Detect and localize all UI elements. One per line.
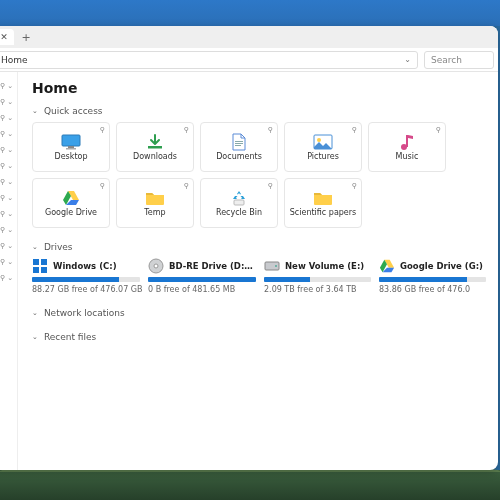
- section-header-quick-access[interactable]: ⌄ Quick access: [32, 106, 486, 116]
- desktop-wallpaper-top: [0, 0, 500, 26]
- chevron-down-icon: ⌄: [7, 82, 13, 90]
- section-recent: ⌄ Recent files: [32, 332, 486, 342]
- svg-rect-5: [235, 143, 243, 144]
- pin-icon: ⚲: [352, 182, 357, 190]
- drive-item[interactable]: New Volume (E:)2.09 TB free of 3.64 TB: [264, 258, 371, 294]
- svg-rect-0: [62, 135, 80, 146]
- pictures-icon: [313, 133, 333, 151]
- desktop-wallpaper-bottom: [0, 470, 500, 500]
- pin-icon: ⚲: [0, 82, 5, 90]
- pin-icon: ⚲: [268, 126, 273, 134]
- recycle-icon: [229, 189, 249, 207]
- sidebar-item[interactable]: ⚲⌄: [0, 94, 17, 110]
- quick-access-item[interactable]: ⚲Documents: [200, 122, 278, 172]
- chevron-down-icon: ⌄: [32, 243, 38, 251]
- quick-access-item[interactable]: ⚲Music: [368, 122, 446, 172]
- search-input[interactable]: Search: [424, 51, 494, 69]
- drive-usage-bar: [32, 277, 140, 282]
- chevron-down-icon[interactable]: ⌄: [404, 55, 411, 64]
- documents-icon: [229, 133, 249, 151]
- pin-icon: ⚲: [0, 162, 5, 170]
- pin-icon: ⚲: [184, 182, 189, 190]
- pin-icon: ⚲: [0, 178, 5, 186]
- drive-free-text: 88.27 GB free of 476.07 GB: [32, 285, 140, 294]
- gdrive-icon: [379, 258, 395, 274]
- drive-usage-bar: [379, 277, 486, 282]
- new-tab-button[interactable]: +: [18, 29, 34, 45]
- sidebar-item[interactable]: ⚲⌄: [0, 206, 17, 222]
- quick-access-label: Temp: [144, 209, 165, 217]
- chevron-down-icon: ⌄: [32, 333, 38, 341]
- pin-icon: ⚲: [0, 210, 5, 218]
- desktop-icon: [61, 133, 81, 151]
- quick-access-item[interactable]: ⚲Google Drive: [32, 178, 110, 228]
- quick-access-item[interactable]: ⚲Temp: [116, 178, 194, 228]
- pin-icon: ⚲: [268, 182, 273, 190]
- svg-point-17: [154, 264, 158, 268]
- svg-rect-13: [41, 259, 47, 265]
- sidebar-item[interactable]: ⚲⌄: [0, 190, 17, 206]
- quick-access-label: Music: [396, 153, 419, 161]
- chevron-down-icon: ⌄: [7, 146, 13, 154]
- section-header-network[interactable]: ⌄ Network locations: [32, 308, 486, 318]
- search-placeholder: Search: [431, 55, 462, 65]
- breadcrumb-text: Home: [1, 55, 28, 65]
- folder-icon: [313, 189, 333, 207]
- sidebar-item[interactable]: ⚲⌄: [0, 126, 17, 142]
- pin-icon: ⚲: [0, 98, 5, 106]
- quick-access-label: Pictures: [307, 153, 339, 161]
- section-label: Network locations: [44, 308, 125, 318]
- sidebar-item[interactable]: ⚲⌄: [0, 270, 17, 286]
- disc-icon: [148, 258, 164, 274]
- sidebar-item[interactable]: ⚲⌄: [0, 174, 17, 190]
- sidebar-item[interactable]: ⚲⌄: [0, 254, 17, 270]
- drive-item[interactable]: Google Drive (G:)83.86 GB free of 476.0: [379, 258, 486, 294]
- chevron-down-icon: ⌄: [7, 274, 13, 282]
- chevron-down-icon: ⌄: [7, 242, 13, 250]
- chevron-down-icon: ⌄: [32, 309, 38, 317]
- drive-name: New Volume (E:): [285, 261, 364, 271]
- quick-access-item[interactable]: ⚲Scientific papers: [284, 178, 362, 228]
- pin-icon: ⚲: [0, 274, 5, 282]
- sidebar-item[interactable]: ⚲⌄: [0, 142, 17, 158]
- downloads-icon: [145, 133, 165, 151]
- plus-icon: +: [21, 31, 30, 44]
- pin-icon: ⚲: [100, 182, 105, 190]
- drive-item[interactable]: Windows (C:)88.27 GB free of 476.07 GB: [32, 258, 140, 294]
- quick-access-item[interactable]: ⚲Downloads: [116, 122, 194, 172]
- sidebar-item[interactable]: ⚲⌄: [0, 222, 17, 238]
- pin-icon: ⚲: [0, 130, 5, 138]
- pin-icon: ⚲: [0, 226, 5, 234]
- section-label: Drives: [44, 242, 73, 252]
- quick-access-label: Scientific papers: [290, 209, 356, 217]
- sidebar-item[interactable]: ⚲⌄: [0, 110, 17, 126]
- tab-bar: ✕ +: [0, 26, 498, 48]
- section-header-recent[interactable]: ⌄ Recent files: [32, 332, 486, 342]
- chevron-down-icon: ⌄: [7, 114, 13, 122]
- section-label: Recent files: [44, 332, 96, 342]
- quick-access-label: Recycle Bin: [216, 209, 262, 217]
- chevron-down-icon: ⌄: [7, 178, 13, 186]
- drive-item[interactable]: BD-RE Drive (D:) CyberLink0 B free of 48…: [148, 258, 256, 294]
- sidebar-item[interactable]: ⚲⌄: [0, 238, 17, 254]
- sidebar-item[interactable]: ⚲⌄: [0, 158, 17, 174]
- pin-icon: ⚲: [0, 258, 5, 266]
- content-pane: Home ⌄ Quick access ⚲Desktop⚲Downloads⚲D…: [18, 72, 498, 470]
- music-icon: [397, 133, 417, 151]
- quick-access-item[interactable]: ⚲Pictures: [284, 122, 362, 172]
- quick-access-label: Documents: [216, 153, 262, 161]
- pin-icon: ⚲: [184, 126, 189, 134]
- svg-rect-6: [235, 145, 241, 146]
- section-label: Quick access: [44, 106, 103, 116]
- breadcrumb[interactable]: Home ⌄: [0, 51, 418, 69]
- pin-icon: ⚲: [0, 242, 5, 250]
- sidebar-item[interactable]: ⚲⌄: [0, 78, 17, 94]
- chevron-down-icon: ⌄: [7, 210, 13, 218]
- tab-close-button[interactable]: ✕: [0, 29, 14, 45]
- drives-row: Windows (C:)88.27 GB free of 476.07 GBBD…: [32, 258, 486, 294]
- section-header-drives[interactable]: ⌄ Drives: [32, 242, 486, 252]
- drive-name: Google Drive (G:): [400, 261, 483, 271]
- quick-access-item[interactable]: ⚲Desktop: [32, 122, 110, 172]
- quick-access-item[interactable]: ⚲Recycle Bin: [200, 178, 278, 228]
- pin-icon: ⚲: [0, 194, 5, 202]
